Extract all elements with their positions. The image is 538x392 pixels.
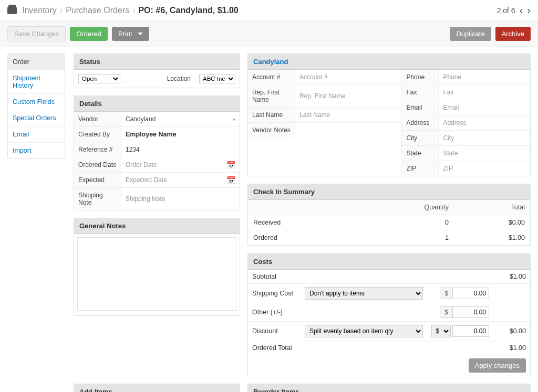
other-input[interactable] bbox=[452, 306, 489, 318]
archive-button[interactable]: Archive bbox=[495, 27, 531, 41]
shipping-currency: $ bbox=[440, 288, 452, 299]
col-total: Total bbox=[454, 200, 530, 215]
vendor-label: Vendor bbox=[74, 112, 121, 126]
phone-input[interactable] bbox=[443, 72, 526, 82]
reorder-panel: Reorder Items Add items currently at or … bbox=[247, 384, 531, 392]
received-label: Received bbox=[248, 215, 355, 230]
vendor-notes-textarea[interactable] bbox=[299, 125, 397, 165]
address-input[interactable] bbox=[443, 118, 526, 128]
checkin-panel: Check In Summary Quantity Total Received… bbox=[247, 184, 531, 246]
add-items-panel: Add Items Add Item Search All Catalogs bbox=[74, 384, 240, 392]
reference-input[interactable] bbox=[126, 145, 235, 154]
pagination: 2 of 6 ‹ › bbox=[497, 4, 531, 16]
discount-total: $0.00 bbox=[493, 322, 530, 341]
location-label: Location bbox=[167, 75, 191, 82]
fax-label: Fax bbox=[402, 85, 439, 100]
crumb-inventory[interactable]: Inventory bbox=[22, 6, 57, 15]
sidebar-item-import[interactable]: Import bbox=[8, 143, 65, 158]
details-panel: Details Vendor Candyland ▾ Created By Em… bbox=[74, 96, 240, 210]
apply-changes-button[interactable]: Apply changes bbox=[469, 358, 526, 373]
email-label: Email bbox=[402, 100, 439, 115]
discount-input[interactable] bbox=[452, 325, 489, 337]
ordered-label: Ordered bbox=[248, 230, 355, 246]
phone-label: Phone bbox=[402, 70, 439, 84]
caret-down-icon[interactable]: ▾ bbox=[233, 116, 235, 122]
shipping-note-label: Shipping Note bbox=[74, 188, 121, 210]
account-input[interactable] bbox=[299, 72, 397, 82]
breadcrumb: Inventory › Purchase Orders › PO: #6, Ca… bbox=[7, 6, 239, 15]
ordered-date-input[interactable] bbox=[126, 160, 224, 169]
discount-label: Discount bbox=[248, 322, 301, 341]
save-button[interactable]: Save Changes bbox=[7, 26, 66, 41]
location-select[interactable]: ABC Inc bbox=[199, 74, 235, 83]
ordered-button[interactable]: Ordered bbox=[70, 27, 108, 41]
expected-label: Expected bbox=[74, 173, 121, 187]
vendor-panel: Candyland Account # Rep. First Name bbox=[247, 54, 531, 176]
next-button[interactable]: › bbox=[527, 4, 531, 16]
email-input[interactable] bbox=[443, 103, 526, 112]
page-indicator: 2 of 6 bbox=[497, 6, 515, 15]
vendor-header-link[interactable]: Candyland bbox=[248, 54, 530, 70]
ordered-total: $1.00 bbox=[454, 230, 530, 246]
general-notes-textarea[interactable] bbox=[77, 237, 236, 311]
general-notes-header: General Notes bbox=[74, 218, 240, 234]
ordered-date-label: Ordered Date bbox=[74, 157, 121, 172]
shipping-mode-select[interactable]: Don't apply to items bbox=[305, 287, 422, 300]
zip-input[interactable] bbox=[443, 164, 526, 173]
details-header: Details bbox=[74, 96, 240, 112]
received-qty: 0 bbox=[355, 215, 454, 230]
general-notes-panel: General Notes bbox=[74, 218, 240, 316]
crumb-po-list[interactable]: Purchase Orders bbox=[66, 6, 129, 15]
sidebar: Order Shipment History Custom Fields Spe… bbox=[7, 54, 65, 159]
city-input[interactable] bbox=[443, 133, 526, 143]
prev-button[interactable]: ‹ bbox=[520, 4, 523, 16]
status-select[interactable]: Open bbox=[78, 74, 120, 83]
costs-panel: Costs Subtotal $1.00 Shipping Cost Don't… bbox=[247, 253, 531, 376]
expected-input[interactable] bbox=[126, 175, 224, 185]
subtotal-value: $1.00 bbox=[493, 270, 530, 284]
ordered-qty: 1 bbox=[355, 230, 454, 246]
shipping-note-input[interactable] bbox=[126, 194, 235, 204]
address-label: Address bbox=[402, 115, 439, 130]
shipping-input[interactable] bbox=[452, 288, 489, 299]
city-label: City bbox=[402, 131, 439, 145]
fax-input[interactable] bbox=[443, 88, 526, 97]
discount-mode-select[interactable]: Split evenly based on item qty bbox=[305, 325, 422, 337]
sidebar-item-custom-fields[interactable]: Custom Fields bbox=[8, 94, 65, 110]
reference-label: Reference # bbox=[74, 142, 121, 157]
calendar-icon[interactable]: 📅 bbox=[226, 176, 235, 184]
vendor-notes-label: Vendor Notes bbox=[248, 123, 295, 137]
sidebar-item-order[interactable]: Order bbox=[8, 54, 65, 70]
zip-label: ZIP bbox=[402, 161, 439, 176]
costs-header: Costs bbox=[248, 254, 530, 270]
duplicate-button[interactable]: Duplicate bbox=[450, 27, 491, 41]
state-input[interactable] bbox=[443, 149, 526, 158]
reorder-header: Reorder Items bbox=[248, 384, 530, 392]
add-items-header: Add Items bbox=[74, 384, 240, 392]
chevron-right-icon: › bbox=[132, 6, 135, 15]
sidebar-item-email[interactable]: Email bbox=[8, 126, 65, 143]
account-label: Account # bbox=[248, 70, 295, 84]
print-dropdown[interactable]: Print bbox=[112, 27, 149, 41]
state-label: State bbox=[402, 146, 439, 161]
sidebar-item-shipment-history[interactable]: Shipment History bbox=[8, 70, 65, 94]
ordered-total-value: $1.00 bbox=[493, 341, 530, 355]
crumb-current: PO: #6, Candyland, $1.00 bbox=[138, 6, 238, 15]
other-label: Other (+/-) bbox=[248, 303, 301, 322]
checkin-header: Check In Summary bbox=[248, 184, 530, 200]
discount-currency-select[interactable]: $ bbox=[431, 325, 451, 337]
shipping-label: Shipping Cost bbox=[248, 284, 301, 303]
rep-first-label: Rep. First Name bbox=[248, 85, 295, 107]
last-name-input[interactable] bbox=[299, 110, 397, 120]
inventory-icon bbox=[7, 7, 17, 14]
sidebar-item-special-orders[interactable]: Special Orders bbox=[8, 110, 65, 126]
rep-first-input[interactable] bbox=[299, 91, 397, 101]
status-panel: Status Open Location ABC Inc bbox=[74, 54, 240, 88]
received-total: $0.00 bbox=[454, 215, 530, 230]
calendar-icon[interactable]: 📅 bbox=[226, 161, 235, 169]
created-by-value: Employee Name bbox=[126, 131, 177, 138]
last-name-label: Last Name bbox=[248, 108, 295, 122]
status-header: Status bbox=[74, 54, 240, 70]
vendor-value[interactable]: Candyland bbox=[126, 115, 156, 123]
subtotal-label: Subtotal bbox=[248, 270, 301, 284]
